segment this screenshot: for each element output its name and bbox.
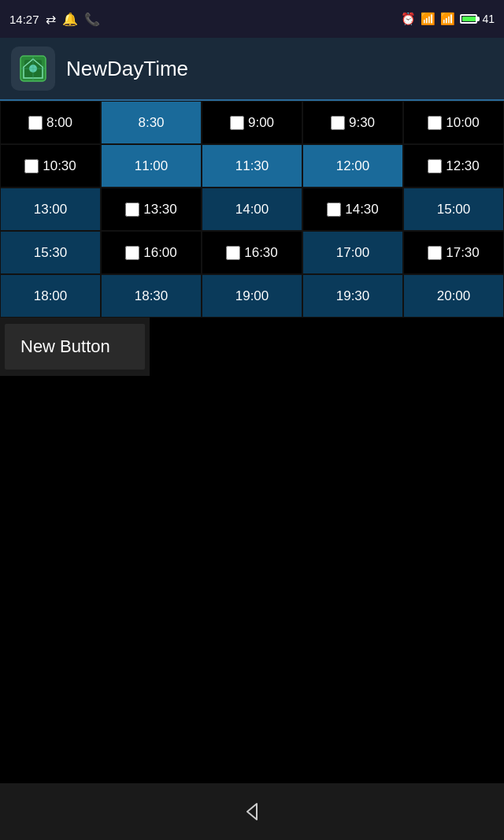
app-logo-icon (17, 53, 49, 84)
checkbox-2-3[interactable] (327, 203, 341, 217)
time-cell-0-2[interactable]: 9:00 (202, 101, 302, 144)
time-cell-0-4[interactable]: 10:00 (403, 101, 504, 144)
time-label-0-2: 9:00 (248, 115, 274, 131)
time-row-1: 10:3011:0011:3012:0012:30 (0, 144, 504, 188)
time-cell-1-2[interactable]: 11:30 (202, 144, 302, 188)
time-cell-4-1[interactable]: 18:30 (101, 274, 202, 318)
time-cell-4-3[interactable]: 19:30 (302, 274, 403, 318)
time-row-0: 8:008:309:009:3010:00 (0, 101, 504, 144)
time-label-4-2: 19:00 (235, 288, 269, 304)
app-title: NewDayTime (66, 57, 188, 81)
time-cell-1-3[interactable]: 12:00 (302, 144, 403, 188)
time-label-3-1: 16:00 (143, 245, 177, 261)
time-row-2: 13:0013:3014:0014:3015:00 (0, 188, 504, 231)
checkbox-0-3[interactable] (331, 116, 345, 130)
status-bar: 14:27 ⇄ 🔔 📞 ⏰ 📶 📶 41 (0, 0, 504, 38)
time-cell-3-4[interactable]: 17:30 (403, 231, 504, 274)
time-label-4-1: 18:30 (135, 288, 169, 304)
new-button[interactable]: New Button (5, 324, 145, 370)
bottom-nav (0, 783, 504, 840)
time-cell-1-1[interactable]: 11:00 (101, 144, 202, 188)
app-icon (11, 46, 55, 91)
checkbox-2-1[interactable] (125, 203, 139, 217)
signal-icon: 📶 (440, 12, 455, 26)
status-right: ⏰ 📶 📶 41 (401, 12, 495, 26)
time-cell-3-3[interactable]: 17:00 (302, 231, 403, 274)
time-cell-2-1[interactable]: 13:30 (101, 188, 202, 231)
time-cell-4-0[interactable]: 18:00 (0, 274, 101, 318)
back-icon (241, 801, 263, 823)
checkbox-0-2[interactable] (230, 116, 244, 130)
usb-icon: ⇄ (46, 12, 56, 27)
time-label-4-3: 19:30 (336, 288, 370, 304)
checkbox-3-4[interactable] (428, 246, 442, 260)
time-label-3-4: 17:30 (446, 245, 480, 261)
svg-marker-6 (247, 804, 257, 820)
time-label-3-0: 15:30 (34, 245, 68, 261)
time-cell-3-0[interactable]: 15:30 (0, 231, 101, 274)
time-cell-2-4[interactable]: 15:00 (403, 188, 504, 231)
time-cell-3-1[interactable]: 16:00 (101, 231, 202, 274)
time-cell-1-0[interactable]: 10:30 (0, 144, 101, 188)
time-label-2-0: 13:00 (34, 202, 68, 217)
time-cell-0-0[interactable]: 8:00 (0, 101, 101, 144)
time-label-2-3: 14:30 (345, 202, 379, 217)
time-row-3: 15:3016:0016:3017:0017:30 (0, 231, 504, 274)
time-label-1-3: 12:00 (336, 158, 370, 174)
time-label-1-2: 11:30 (235, 158, 269, 174)
status-left: 14:27 ⇄ 🔔 📞 (9, 12, 100, 27)
time-label-1-0: 10:30 (43, 158, 76, 174)
time-label-3-3: 17:00 (336, 245, 370, 261)
time-label-0-3: 9:30 (349, 115, 375, 131)
wifi-icon: 📶 (421, 12, 435, 26)
time-label-3-2: 16:30 (244, 245, 278, 261)
time-cell-2-2[interactable]: 14:00 (202, 188, 302, 231)
time-label-0-0: 8:00 (46, 115, 72, 131)
time-grid: 8:008:309:009:3010:0010:3011:0011:3012:0… (0, 101, 504, 318)
time-label-2-4: 15:00 (437, 202, 471, 217)
checkbox-0-4[interactable] (428, 116, 442, 130)
app-header: NewDayTime (0, 38, 504, 101)
time-label-2-2: 14:00 (235, 202, 269, 217)
time-label-4-0: 18:00 (34, 288, 68, 304)
time-row-4: 18:0018:3019:0019:3020:00 (0, 274, 504, 318)
time-label-1-4: 12:30 (446, 158, 480, 174)
time-cell-0-1[interactable]: 8:30 (101, 101, 202, 144)
call-icon: 📞 (84, 12, 100, 27)
battery-icon (460, 14, 477, 24)
checkbox-1-0[interactable] (24, 159, 39, 173)
checkbox-0-0[interactable] (28, 116, 43, 130)
time-cell-1-4[interactable]: 12:30 (403, 144, 504, 188)
time-cell-2-3[interactable]: 14:30 (302, 188, 403, 231)
new-button-container: New Button (0, 318, 150, 376)
battery-level: 41 (482, 13, 495, 25)
time-label-0-1: 8:30 (138, 115, 164, 131)
checkbox-1-4[interactable] (428, 159, 442, 173)
time-cell-2-0[interactable]: 13:00 (0, 188, 101, 231)
clock-icon: ⏰ (401, 12, 416, 26)
time-cell-3-2[interactable]: 16:30 (202, 231, 302, 274)
time-cell-4-4[interactable]: 20:00 (403, 274, 504, 318)
time-cell-0-3[interactable]: 9:30 (302, 101, 403, 144)
checkbox-3-2[interactable] (226, 246, 240, 260)
status-time: 14:27 (9, 13, 39, 26)
time-label-1-1: 11:00 (135, 158, 169, 174)
time-cell-4-2[interactable]: 19:00 (202, 274, 302, 318)
checkbox-3-1[interactable] (125, 246, 139, 260)
back-button[interactable] (238, 797, 266, 826)
notification-icon: 🔔 (62, 12, 78, 27)
time-label-2-1: 13:30 (143, 202, 177, 217)
time-label-4-4: 20:00 (437, 288, 471, 304)
time-label-0-4: 10:00 (446, 115, 480, 131)
